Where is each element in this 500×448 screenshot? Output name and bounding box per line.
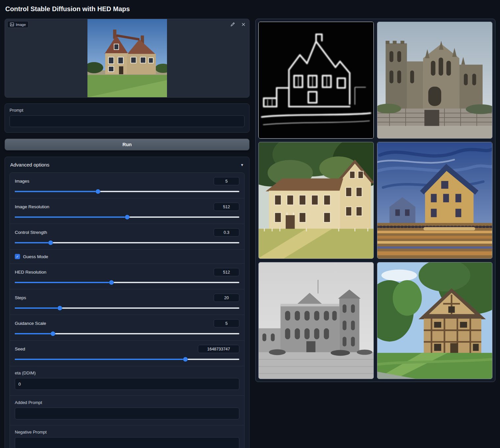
slider-thumb[interactable] (125, 215, 130, 219)
control-strength-slider[interactable] (15, 240, 239, 245)
advanced-options-label: Advanced options (10, 162, 49, 168)
gallery-item-bw-building[interactable] (258, 262, 374, 379)
ornate-house-image (259, 142, 373, 258)
guess-mode-checkbox-row[interactable]: Guess Mode (10, 249, 244, 263)
image-resolution-value-input[interactable] (214, 203, 239, 211)
slider-thumb[interactable] (109, 280, 114, 285)
control-strength-control: Control Strength (10, 224, 244, 249)
images-slider[interactable] (15, 189, 239, 194)
steps-control: Steps (10, 289, 244, 315)
added-prompt-input[interactable] (15, 408, 239, 419)
seed-control: Seed (10, 340, 244, 366)
run-button[interactable]: Run (5, 139, 250, 150)
stone-house-photo (87, 19, 167, 97)
prompt-input[interactable] (10, 115, 245, 127)
gallery-item-hed-edge-map[interactable] (258, 22, 374, 139)
bw-building-image (259, 262, 373, 379)
image-actions (229, 21, 247, 28)
main-layout: Image (5, 19, 495, 448)
close-icon (241, 22, 246, 27)
guidance-scale-control: Guidance Scale (10, 315, 244, 340)
images-value-input[interactable] (214, 177, 239, 185)
negative-prompt-label: Negative Prompt (15, 430, 239, 435)
result-gallery (255, 19, 495, 382)
prompt-label: Prompt (10, 108, 245, 113)
guess-mode-label: Guess Mode (23, 254, 48, 259)
page-title: Control Stable Diffusion with HED Maps (5, 5, 495, 13)
image-resolution-control: Image Resolution (10, 198, 244, 224)
slider-thumb[interactable] (183, 357, 188, 362)
hed-resolution-label: HED Resolution (15, 270, 46, 275)
slider-thumb[interactable] (58, 306, 62, 310)
images-label: Images (15, 179, 29, 184)
prompt-field: Prompt (5, 103, 250, 133)
added-prompt-label: Added Prompt (15, 400, 239, 405)
clear-image-button[interactable] (240, 21, 247, 28)
output-column (255, 19, 495, 382)
image-upload[interactable]: Image (5, 19, 250, 98)
eta-input[interactable] (15, 378, 239, 390)
image-label-chip: Image (7, 21, 29, 28)
cathedral-image (377, 22, 492, 138)
control-strength-value-input[interactable] (214, 228, 239, 236)
advanced-options-accordion: Advanced options ▼ Images Image Resoluti… (5, 157, 250, 448)
seed-value-input[interactable] (198, 345, 239, 353)
images-control: Images (10, 173, 244, 198)
guidance-scale-slider[interactable] (15, 331, 239, 336)
eta-field: eta (DDIM) (10, 366, 244, 395)
guidance-scale-value-input[interactable] (214, 319, 239, 327)
gallery-item-cathedral[interactable] (377, 22, 492, 139)
seed-label: Seed (15, 347, 25, 351)
controls-column: Image (5, 19, 250, 448)
timber-house-image (377, 262, 492, 379)
gallery-item-blue-painting[interactable] (377, 142, 492, 259)
steps-value-input[interactable] (214, 294, 239, 302)
edit-image-button[interactable] (229, 21, 236, 28)
image-resolution-label: Image Resolution (15, 204, 49, 209)
slider-thumb[interactable] (48, 240, 53, 245)
added-prompt-field: Added Prompt (10, 395, 244, 425)
hed-edge-map-image (259, 22, 373, 138)
hed-resolution-control: HED Resolution (10, 263, 244, 289)
seed-slider[interactable] (15, 357, 239, 362)
steps-label: Steps (15, 295, 26, 300)
negative-prompt-field: Negative Prompt (10, 425, 244, 448)
gallery-item-timber-house[interactable] (377, 262, 492, 379)
blue-painting-image (377, 142, 492, 258)
slider-thumb[interactable] (96, 189, 100, 194)
gallery-item-ornate-house[interactable] (258, 142, 374, 259)
guidance-scale-label: Guidance Scale (15, 321, 46, 326)
chevron-down-icon: ▼ (240, 163, 244, 167)
hed-resolution-slider[interactable] (15, 280, 239, 285)
image-resolution-slider[interactable] (15, 214, 239, 220)
guess-mode-checkbox[interactable] (15, 254, 20, 259)
image-icon (10, 22, 14, 27)
slider-thumb[interactable] (51, 331, 55, 336)
steps-slider[interactable] (15, 305, 239, 311)
hed-resolution-value-input[interactable] (214, 268, 239, 276)
advanced-options-header[interactable]: Advanced options ▼ (5, 157, 249, 172)
input-image (87, 19, 167, 97)
image-label: Image (16, 23, 26, 27)
advanced-options-body: Images Image Resolution (10, 172, 245, 448)
eta-label: eta (DDIM) (15, 370, 239, 375)
control-strength-label: Control Strength (15, 230, 47, 235)
pencil-icon (230, 22, 235, 27)
negative-prompt-input[interactable] (15, 437, 239, 448)
